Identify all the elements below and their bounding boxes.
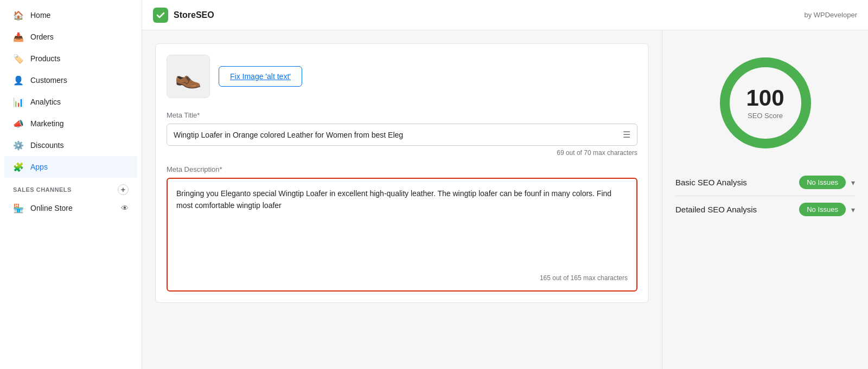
meta-title-value: Wingtip Loafer in Orange colored Leather… xyxy=(174,131,618,139)
detailed-seo-badge: No Issues xyxy=(799,203,846,216)
add-sales-channel-button[interactable]: + xyxy=(118,184,129,195)
sidebar-item-home[interactable]: 🏠 Home xyxy=(4,4,137,26)
detailed-seo-row: Detailed SEO Analysis No Issues ▾ xyxy=(675,196,855,223)
basic-seo-row: Basic SEO Analysis No Issues ▾ xyxy=(675,169,855,196)
sidebar-item-marketing[interactable]: 📣 Marketing xyxy=(4,113,137,134)
sidebar-item-customers[interactable]: 👤 Customers xyxy=(4,69,137,91)
marketing-icon: 📣 xyxy=(13,118,24,129)
seo-score-ring: 100 SEO Score xyxy=(717,54,814,152)
detailed-seo-chevron-icon[interactable]: ▾ xyxy=(851,205,855,214)
sidebar-item-discounts[interactable]: ⚙️ Discounts xyxy=(4,134,137,156)
orders-icon: 📥 xyxy=(13,31,24,42)
product-image: 👞 xyxy=(175,64,202,89)
meta-desc-value: Bringing you Eleganto special Wingtip Lo… xyxy=(176,187,628,242)
customers-icon: 👤 xyxy=(13,75,24,86)
online-store-icon: 🏪 xyxy=(13,203,24,213)
meta-title-char-count: 69 out of 70 max characters xyxy=(167,149,637,157)
sidebar-nav: 🏠 Home 📥 Orders 🏷️ Products 👤 Customers … xyxy=(0,0,142,369)
eye-icon[interactable]: 👁 xyxy=(121,204,129,212)
header-by-text: by WPDeveloper xyxy=(804,11,857,19)
main-area: StoreSEO by WPDeveloper 👞 Fix Image 'alt… xyxy=(142,0,868,369)
basic-seo-label: Basic SEO Analysis xyxy=(675,178,747,187)
meta-title-label: Meta Title* xyxy=(167,111,637,119)
basic-seo-right: No Issues ▾ xyxy=(799,176,855,189)
detailed-seo-label: Detailed SEO Analysis xyxy=(675,205,757,214)
detailed-seo-right: No Issues ▾ xyxy=(799,203,855,216)
seo-score-container: 100 SEO Score xyxy=(717,54,814,152)
home-icon: 🏠 xyxy=(13,10,24,21)
content-area: 👞 Fix Image 'alt text' Meta Title* Wingt… xyxy=(142,30,868,369)
edit-icon: ☰ xyxy=(623,130,630,140)
right-panel: 100 SEO Score Basic SEO Analysis No Issu… xyxy=(662,30,868,369)
center-panel: 👞 Fix Image 'alt text' Meta Title* Wingt… xyxy=(142,30,662,369)
fix-image-alt-text-button[interactable]: Fix Image 'alt text' xyxy=(219,66,302,87)
sidebar-item-products[interactable]: 🏷️ Products xyxy=(4,48,137,69)
sidebar: 🏠 Home 📥 Orders 🏷️ Products 👤 Customers … xyxy=(0,0,142,369)
meta-title-field[interactable]: Wingtip Loafer in Orange colored Leather… xyxy=(167,124,637,146)
products-icon: 🏷️ xyxy=(13,53,24,64)
sales-channels-section: SALES CHANNELS + xyxy=(4,178,137,197)
sidebar-label-orders: Orders xyxy=(30,33,54,41)
basic-seo-badge: No Issues xyxy=(799,176,846,189)
analysis-section: Basic SEO Analysis No Issues ▾ Detailed … xyxy=(675,169,855,223)
basic-seo-chevron-icon[interactable]: ▾ xyxy=(851,178,855,187)
product-thumbnail: 👞 xyxy=(167,55,210,98)
seo-score-number: 100 xyxy=(746,87,784,109)
brand: StoreSEO xyxy=(153,8,214,23)
brand-name: StoreSEO xyxy=(174,10,214,20)
sidebar-label-customers: Customers xyxy=(30,76,67,85)
meta-desc-char-count: 165 out of 165 max characters xyxy=(176,274,628,282)
sidebar-label-home: Home xyxy=(30,11,50,20)
analytics-icon: 📊 xyxy=(13,96,24,107)
brand-logo xyxy=(153,8,168,23)
product-image-row: 👞 Fix Image 'alt text' xyxy=(167,55,637,98)
discounts-icon: ⚙️ xyxy=(13,140,24,151)
sales-channels-label: SALES CHANNELS xyxy=(13,186,72,193)
seo-form-card: 👞 Fix Image 'alt text' Meta Title* Wingt… xyxy=(155,43,649,303)
seo-score-label: SEO Score xyxy=(746,112,784,120)
meta-desc-label: Meta Description* xyxy=(167,165,637,173)
sidebar-item-online-store[interactable]: 🏪 Online Store 👁 xyxy=(4,197,137,219)
sidebar-label-analytics: Analytics xyxy=(30,98,61,106)
sidebar-item-apps[interactable]: 🧩 Apps xyxy=(4,156,137,178)
sidebar-label-online-store: Online Store xyxy=(30,204,73,212)
meta-desc-field[interactable]: Bringing you Eleganto special Wingtip Lo… xyxy=(167,178,637,292)
sidebar-label-products: Products xyxy=(30,54,60,63)
sidebar-label-discounts: Discounts xyxy=(30,141,63,150)
sidebar-label-marketing: Marketing xyxy=(30,119,63,128)
sidebar-item-analytics[interactable]: 📊 Analytics xyxy=(4,91,137,113)
apps-icon: 🧩 xyxy=(13,161,24,172)
score-inner: 100 SEO Score xyxy=(746,87,784,120)
header: StoreSEO by WPDeveloper xyxy=(142,0,868,30)
sidebar-item-orders[interactable]: 📥 Orders xyxy=(4,26,137,48)
sidebar-label-apps: Apps xyxy=(30,163,48,171)
